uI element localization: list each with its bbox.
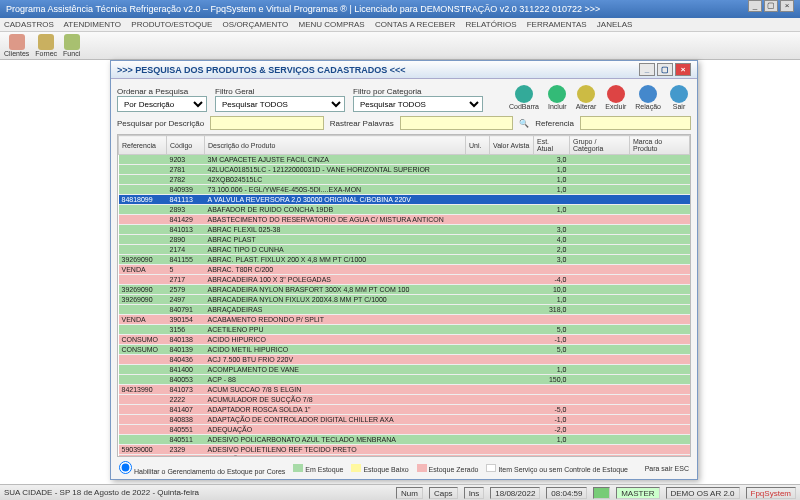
col-header[interactable]: Uni. bbox=[466, 136, 490, 155]
menu-item[interactable]: RELATÓRIOS bbox=[466, 20, 517, 29]
toolbar-clientes[interactable]: Clientes bbox=[4, 34, 29, 57]
legend-estoque-baixo: Estoque Baixo bbox=[363, 466, 408, 473]
table-row[interactable]: 84213990841073ACUM SUCCAO 7/8 S ELGIN bbox=[119, 385, 690, 395]
status-brand: FpqSystem bbox=[746, 487, 796, 499]
legend-esc: Para sair ESC bbox=[645, 465, 689, 472]
dlg-btn-excluir[interactable]: Excluir bbox=[602, 83, 629, 112]
status-caps: Caps bbox=[429, 487, 458, 499]
menu-item[interactable]: MENU COMPRAS bbox=[298, 20, 364, 29]
product-grid[interactable]: ReferenciaCódigoDescrição do ProdutoUni.… bbox=[117, 134, 691, 457]
table-row[interactable]: 841013ABRAC FLEXIL 025-383,0 bbox=[119, 225, 690, 235]
table-row[interactable]: VENDA5ABRAC. T80R C/200 bbox=[119, 265, 690, 275]
table-row[interactable]: 278142LUCA018515LC - 12122000031D - VANE… bbox=[119, 165, 690, 175]
col-header[interactable]: Código bbox=[167, 136, 205, 155]
menu-item[interactable]: CADASTROS bbox=[4, 20, 54, 29]
menu-item[interactable]: CONTAS A RECEBER bbox=[375, 20, 455, 29]
table-row[interactable]: CONSUMO840139ACIDO METIL HIPURICO5,0 bbox=[119, 345, 690, 355]
table-row[interactable]: 84818099841113A VALVULA REVERSORA 2,0 30… bbox=[119, 195, 690, 205]
search-row: Pesquisar por Descrição Rastrear Palavra… bbox=[111, 114, 697, 134]
table-row[interactable]: 278242XQB024515LC1,0 bbox=[119, 175, 690, 185]
filtro-cat-label: Filtro por Categoria bbox=[353, 87, 483, 96]
col-header[interactable]: Est. Atual bbox=[534, 136, 570, 155]
ordenar-label: Ordenar a Pesquisa bbox=[117, 87, 207, 96]
col-header[interactable]: Referencia bbox=[119, 136, 167, 155]
legend-estoque-zerado: Estoque Zerado bbox=[429, 466, 479, 473]
close-button[interactable]: × bbox=[780, 0, 794, 12]
col-header[interactable]: Descrição do Produto bbox=[205, 136, 466, 155]
dialog-toolbar: CodBarraIncluirAlterarExcluirRelaçãoSair bbox=[506, 83, 691, 112]
table-row[interactable]: 840551ADEQUAÇÃO-2,0 bbox=[119, 425, 690, 435]
menu-item[interactable]: JANELAS bbox=[597, 20, 633, 29]
search-icon[interactable]: 🔍 bbox=[519, 119, 529, 128]
table-row[interactable]: 840436ACJ 7.500 BTU FRIO 220V bbox=[119, 355, 690, 365]
dlg-btn-sair[interactable]: Sair bbox=[667, 83, 691, 112]
dialog-min-button[interactable]: _ bbox=[639, 63, 655, 76]
toolbar-fornec[interactable]: Fornec bbox=[35, 34, 57, 57]
dlg-btn-incluir[interactable]: Incluir bbox=[545, 83, 570, 112]
status-time: 08:04:59 bbox=[546, 487, 587, 499]
table-row[interactable]: 92033M CAPACETE AJUSTE FACIL CINZA3,0 bbox=[119, 155, 690, 165]
table-row[interactable]: 392690902497ABRACADEIRA NYLON FIXLUX 200… bbox=[119, 295, 690, 305]
relação-icon bbox=[639, 85, 657, 103]
minimize-button[interactable]: _ bbox=[748, 0, 762, 12]
col-header[interactable]: Valor Avista bbox=[490, 136, 534, 155]
table-row[interactable]: 840511ADESIVO POLICARBONATO AZUL TECLADO… bbox=[119, 435, 690, 445]
status-date: 18/08/2022 bbox=[490, 487, 540, 499]
table-row[interactable]: 2890ABRAC PLAST4,0 bbox=[119, 235, 690, 245]
alterar-icon bbox=[577, 85, 595, 103]
ordenar-select[interactable]: Por Descrição bbox=[117, 96, 207, 112]
window-buttons: _ ▢ × bbox=[748, 0, 794, 18]
legend-radio[interactable]: Habilitar o Gerenciamento do Estoque por… bbox=[119, 461, 285, 475]
status-num: Num bbox=[396, 487, 423, 499]
table-row[interactable]: VENDA390154ACABAMENTO REDONDO P/ SPLIT bbox=[119, 315, 690, 325]
ordenar-group: Ordenar a Pesquisa Por Descrição bbox=[117, 87, 207, 112]
table-row[interactable]: 840053ACP - 88150,0 bbox=[119, 375, 690, 385]
main-menubar: CADASTROS ATENDIMENTO PRODUTO/ESTOQUE OS… bbox=[0, 18, 800, 32]
table-row[interactable]: 840791ABRAÇADEIRAS318,0 bbox=[119, 305, 690, 315]
menu-item[interactable]: ATENDIMENTO bbox=[64, 20, 121, 29]
filtro-geral-select[interactable]: Pesquisar TODOS bbox=[215, 96, 345, 112]
table-row[interactable]: 2893ABAFADOR DE RUIDO CONCHA 19DB1,0 bbox=[119, 205, 690, 215]
table-row[interactable]: 2222ACUMULADOR DE SUCÇÃO 7/8 bbox=[119, 395, 690, 405]
excluir-icon bbox=[607, 85, 625, 103]
status-master: MASTER bbox=[616, 487, 659, 499]
referencia-label: Referencia bbox=[535, 119, 574, 128]
table-row[interactable]: 39269090841155ABRAC. PLAST. FIXLUX 200 X… bbox=[119, 255, 690, 265]
dialog-filter-row: Ordenar a Pesquisa Por Descrição Filtro … bbox=[111, 79, 697, 114]
menu-item[interactable]: PRODUTO/ESTOQUE bbox=[131, 20, 212, 29]
status-demo: DEMO OS AR 2.0 bbox=[666, 487, 740, 499]
dlg-btn-relação[interactable]: Relação bbox=[632, 83, 664, 112]
toolbar-funci[interactable]: Funci bbox=[63, 34, 80, 57]
table-row[interactable]: 2717ABRACADEIRA 100 X 3" POLEGADAS-4,0 bbox=[119, 275, 690, 285]
workarea: >>> PESQUISA DOS PRODUTOS & SERVIÇOS CAD… bbox=[0, 60, 800, 484]
table-row[interactable]: 392690902579ABRACADEIRA NYLON BRASFORT 3… bbox=[119, 285, 690, 295]
table-row[interactable]: 84093973.100.006 - EGL/YWF4E-450S-5DI...… bbox=[119, 185, 690, 195]
maximize-button[interactable]: ▢ bbox=[764, 0, 778, 12]
funci-icon bbox=[64, 34, 80, 50]
dialog-max-button[interactable]: ▢ bbox=[657, 63, 673, 76]
table-row[interactable]: 2174ABRAC TIPO D CUNHA2,0 bbox=[119, 245, 690, 255]
filtro-cat-select[interactable]: Pesquisar TODOS bbox=[353, 96, 483, 112]
dialog-titlebar: >>> PESQUISA DOS PRODUTOS & SERVIÇOS CAD… bbox=[111, 61, 697, 79]
pesq-desc-input[interactable] bbox=[210, 116, 324, 130]
filtro-geral-label: Filtro Geral bbox=[215, 87, 345, 96]
dialog-close-button[interactable]: × bbox=[675, 63, 691, 76]
dialog-title: >>> PESQUISA DOS PRODUTOS & SERVIÇOS CAD… bbox=[117, 61, 405, 79]
col-header[interactable]: Grupo / Categoria bbox=[570, 136, 630, 155]
table-row[interactable]: 841407ADAPTADOR ROSCA SOLDA 1"-5,0 bbox=[119, 405, 690, 415]
table-row[interactable]: 590390002329ADESIVO POLIETILENO REF TECI… bbox=[119, 445, 690, 455]
table-row[interactable]: 840838ADAPTAÇÃO DE CONTROLADOR DIGITAL C… bbox=[119, 415, 690, 425]
table-row[interactable]: 3156ACETILENO PPU5,0 bbox=[119, 325, 690, 335]
menu-item[interactable]: OS/ORÇAMENTO bbox=[223, 20, 289, 29]
table-row[interactable]: 841429ABASTECIMENTO DO RESERVATORIO DE A… bbox=[119, 215, 690, 225]
referencia-input[interactable] bbox=[580, 116, 691, 130]
col-header[interactable]: Marca do Produto bbox=[630, 136, 690, 155]
pesq-desc-label: Pesquisar por Descrição bbox=[117, 119, 204, 128]
dlg-btn-codbarra[interactable]: CodBarra bbox=[506, 83, 542, 112]
table-row[interactable]: CONSUMO840138ACIDO HIPURICO-1,0 bbox=[119, 335, 690, 345]
rastrear-input[interactable] bbox=[400, 116, 514, 130]
dlg-btn-alterar[interactable]: Alterar bbox=[573, 83, 600, 112]
product-search-dialog: >>> PESQUISA DOS PRODUTOS & SERVIÇOS CAD… bbox=[110, 60, 698, 480]
table-row[interactable]: 841400ACOMPLAMENTO DE VANE1,0 bbox=[119, 365, 690, 375]
menu-item[interactable]: FERRAMENTAS bbox=[527, 20, 587, 29]
